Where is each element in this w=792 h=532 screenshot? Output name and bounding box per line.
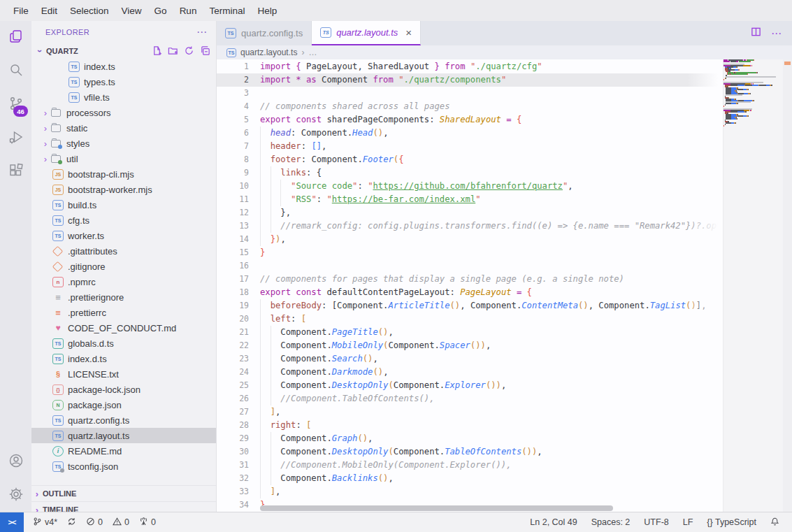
close-tab-icon[interactable]: ×	[405, 27, 412, 38]
status-errors[interactable]: 0	[81, 517, 108, 529]
status-git-branch[interactable]: v4*	[28, 517, 62, 529]
code-line-23[interactable]: 23 Component.Search(),	[217, 352, 723, 366]
menu-file[interactable]: File	[7, 6, 35, 16]
split-editor-icon[interactable]	[751, 27, 761, 40]
tree-item-processors[interactable]: ›processors	[31, 105, 216, 120]
code-line-2[interactable]: 2import * as Component from "./quartz/co…	[217, 73, 723, 87]
tree-item-worker.ts[interactable]: TSworker.ts	[31, 228, 216, 243]
tree-item-README.md[interactable]: iREADME.md	[31, 443, 216, 459]
code-line-22[interactable]: 22 Component.MobileOnly(Component.Spacer…	[217, 339, 723, 352]
breadcrumb-more[interactable]: …	[308, 48, 317, 57]
tree-item-build.ts[interactable]: TSbuild.ts	[31, 197, 216, 213]
tree-item-index.d.ts[interactable]: TSindex.d.ts	[31, 351, 216, 366]
code-line-32[interactable]: 32 Component.Backlinks(),	[217, 472, 723, 485]
activity-source-control[interactable]: 46	[0, 88, 31, 122]
code-line-29[interactable]: 29 Component.Graph(),	[217, 432, 723, 445]
code-line-21[interactable]: 21 Component.PageTitle(),	[217, 326, 723, 339]
horizontal-scrollbar[interactable]	[260, 505, 613, 511]
code-line-27[interactable]: 27 ],	[217, 405, 723, 419]
tree-item-.prettierignore[interactable]: ≡.prettierignore	[31, 289, 216, 305]
tree-item-tsconfig.json[interactable]: TStsconfig.json	[31, 459, 216, 474]
remote-indicator[interactable]: ><	[0, 512, 24, 532]
code-line-12[interactable]: 12 },	[217, 206, 723, 220]
code-line-19[interactable]: 19 beforeBody: [Component.ArticleTitle()…	[217, 299, 723, 312]
collapse-all-icon[interactable]	[200, 45, 210, 57]
minimap[interactable]	[723, 59, 783, 512]
code-line-8[interactable]: 8 footer: Component.Footer({	[217, 153, 723, 166]
code-line-10[interactable]: 10 "Source code": "https://github.com/bf…	[217, 180, 723, 193]
status-encoding[interactable]: UTF-8	[637, 517, 675, 527]
tree-item-LICENSE.txt[interactable]: §LICENSE.txt	[31, 366, 216, 382]
status-indentation[interactable]: Spaces: 2	[584, 517, 638, 527]
menu-go[interactable]: Go	[148, 6, 173, 16]
code-line-33[interactable]: 33 ],	[217, 485, 723, 498]
status-eol[interactable]: LF	[676, 517, 700, 527]
status-sync[interactable]	[62, 517, 81, 529]
breadcrumb[interactable]: TS quartz.layout.ts › …	[217, 45, 792, 59]
activity-explorer[interactable]	[0, 21, 31, 55]
code-line-1[interactable]: 1import { PageLayout, SharedLayout } fro…	[217, 60, 723, 73]
code-line-5[interactable]: 5export const sharedPageComponents: Shar…	[217, 113, 723, 127]
status-warnings[interactable]: 0	[108, 517, 134, 529]
code-line-11[interactable]: 11 "RSS": "https://be-far.com/index.xml"	[217, 193, 723, 206]
status-notifications[interactable]	[763, 517, 786, 529]
code-line-4[interactable]: 4// components shared across all pages	[217, 100, 723, 113]
tree-item-.prettierrc[interactable]: ≡.prettierrc	[31, 305, 216, 320]
tree-item-bootstrap-worker.mjs[interactable]: JSbootstrap-worker.mjs	[31, 182, 216, 197]
status-cursor-position[interactable]: Ln 2, Col 49	[523, 517, 584, 527]
new-file-icon[interactable]	[152, 45, 162, 57]
tree-item-index.ts[interactable]: TSindex.ts	[31, 59, 216, 74]
tree-item-.gitignore[interactable]: .gitignore	[31, 259, 216, 274]
code-line-9[interactable]: 9 links: {	[217, 166, 723, 180]
code-line-25[interactable]: 25 Component.DesktopOnly(Component.Explo…	[217, 379, 723, 392]
status-language[interactable]: {} TypeScript	[700, 517, 763, 527]
menu-edit[interactable]: Edit	[35, 6, 64, 16]
code-line-14[interactable]: 14 }),	[217, 233, 723, 246]
code-line-28[interactable]: 28 right: [	[217, 419, 723, 432]
code-line-6[interactable]: 6 head: Component.Head(),	[217, 127, 723, 140]
tree-item-styles[interactable]: ›styles	[31, 136, 216, 151]
refresh-icon[interactable]	[184, 45, 194, 57]
tree-item-vfile.ts[interactable]: TSvfile.ts	[31, 89, 216, 105]
code-line-31[interactable]: 31 //Component.MobileOnly(Component.Expl…	[217, 459, 723, 472]
tree-item-package-lock.json[interactable]: {}package-lock.json	[31, 382, 216, 397]
activity-accounts[interactable]	[0, 445, 31, 479]
menu-selection[interactable]: Selection	[64, 6, 115, 16]
code-line-15[interactable]: 15}	[217, 246, 723, 259]
code-line-18[interactable]: 18export const defaultContentPageLayout:…	[217, 286, 723, 299]
code-line-13[interactable]: 13 //remark_config: config.plugins.trans…	[217, 220, 723, 233]
menu-terminal[interactable]: Terminal	[203, 6, 251, 16]
tree-item-types.ts[interactable]: TStypes.ts	[31, 74, 216, 89]
tree-item-cfg.ts[interactable]: TScfg.ts	[31, 213, 216, 228]
activity-search[interactable]	[0, 55, 31, 88]
project-section-header[interactable]: › QUARTZ	[31, 43, 216, 59]
explorer-actions-icon[interactable]: ⋯	[196, 26, 208, 38]
menu-run[interactable]: Run	[173, 6, 203, 16]
code-line-16[interactable]: 16	[217, 259, 723, 273]
code-line-30[interactable]: 30 Component.DesktopOnly(Component.Table…	[217, 445, 723, 459]
tree-item-quartz.layout.ts[interactable]: TSquartz.layout.ts	[31, 428, 216, 443]
tree-item-static[interactable]: ›static	[31, 120, 216, 136]
code-line-17[interactable]: 17// components for pages that display a…	[217, 273, 723, 286]
new-folder-icon[interactable]	[168, 45, 178, 57]
tree-item-CODE_OF_CONDUCT.md[interactable]: ♥CODE_OF_CONDUCT.md	[31, 320, 216, 336]
activity-extensions[interactable]	[0, 155, 31, 189]
code-line-3[interactable]: 3	[217, 87, 723, 100]
tree-item-.gitattributes[interactable]: .gitattributes	[31, 243, 216, 259]
tree-item-util[interactable]: ›util	[31, 151, 216, 166]
menu-view[interactable]: View	[115, 6, 148, 16]
code-line-20[interactable]: 20 left: [	[217, 312, 723, 326]
tree-item-globals.d.ts[interactable]: TSglobals.d.ts	[31, 336, 216, 351]
code-line-7[interactable]: 7 header: [],	[217, 140, 723, 153]
breadcrumb-file[interactable]: quartz.layout.ts	[240, 48, 297, 57]
overview-ruler[interactable]	[783, 59, 792, 512]
activity-run-debug[interactable]	[0, 122, 31, 155]
menu-help[interactable]: Help	[251, 6, 283, 16]
more-actions-icon[interactable]: ⋯	[771, 27, 782, 40]
tab-quartz-config[interactable]: TS quartz.config.ts	[217, 21, 312, 45]
tree-item-bootstrap-cli.mjs[interactable]: JSbootstrap-cli.mjs	[31, 166, 216, 182]
code-line-26[interactable]: 26 //Component.TableOfContents(),	[217, 392, 723, 405]
code-line-24[interactable]: 24 Component.Darkmode(),	[217, 366, 723, 379]
status-ports[interactable]: 0	[134, 517, 161, 529]
tab-quartz-layout[interactable]: TS quartz.layout.ts ×	[312, 21, 421, 45]
